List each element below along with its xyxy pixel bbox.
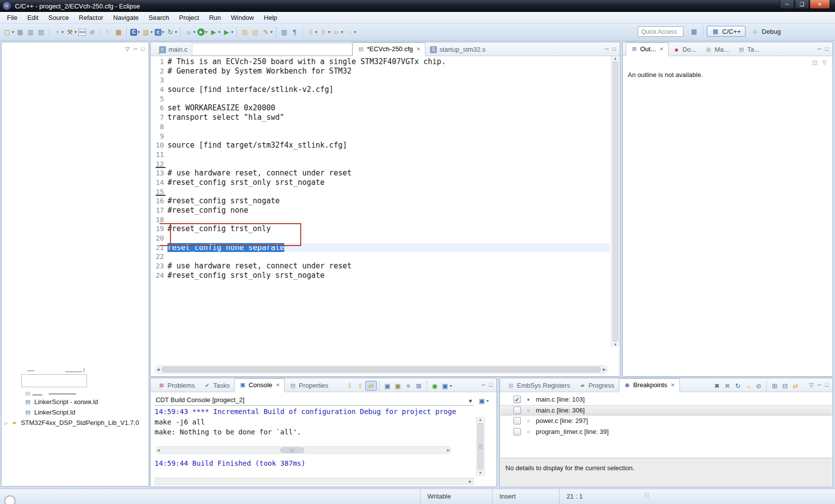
open-console-icon[interactable]: ▣▾ xyxy=(477,396,490,405)
close-window-button[interactable]: ✕ xyxy=(810,0,830,9)
breakpoint-row[interactable]: ○main.c [line: 306] xyxy=(501,405,832,416)
go-to-file-icon[interactable]: → xyxy=(743,381,753,390)
back-icon[interactable]: ⇦▾ xyxy=(331,28,344,37)
breakpoint-checkbox[interactable] xyxy=(513,407,521,414)
explorer-item[interactable]: ▤LinkerScript.ld xyxy=(24,409,75,416)
scroll-up-arrow-icon[interactable]: ▲ xyxy=(479,418,483,422)
new-c-project-icon[interactable]: C▾ xyxy=(129,28,141,36)
console-vertical-scrollbar[interactable]: ▲ ▼ xyxy=(476,417,485,476)
breakpoint-checkbox[interactable] xyxy=(513,428,521,435)
print-icon[interactable]: ▤ xyxy=(36,28,46,37)
close-tab-icon[interactable]: ✕ xyxy=(417,46,420,52)
tab-progress[interactable]: ▰Progress xyxy=(575,379,619,392)
scrollbar-thumb[interactable] xyxy=(613,62,618,341)
maximize-button[interactable]: □ xyxy=(825,46,829,52)
external-tools-icon[interactable]: ▶▾ xyxy=(208,28,221,37)
open-resource-icon[interactable]: ▧ xyxy=(250,28,260,37)
open-element-icon[interactable]: ▨ xyxy=(240,28,250,37)
tab-breakpoints[interactable]: ◉Breakpoints✕ xyxy=(619,378,680,392)
save-all-icon[interactable]: ▥ xyxy=(25,28,36,37)
scroll-right-arrow-icon[interactable]: ▶ xyxy=(447,448,450,452)
scroll-up-arrow-icon[interactable]: ▲ xyxy=(613,56,617,61)
tab-out---[interactable]: ⊞Out...✕ xyxy=(626,42,668,56)
search-icon[interactable]: ✎▾ xyxy=(260,28,273,37)
grid-icon[interactable]: ▦ xyxy=(113,28,124,37)
menu-search[interactable]: Search xyxy=(144,12,174,23)
scrollbar-thumb[interactable] xyxy=(478,423,483,470)
scroll-right-arrow-icon[interactable]: ▶ xyxy=(469,480,472,484)
scroll-down-arrow-icon[interactable]: ▼ xyxy=(613,342,617,347)
build-config-icon[interactable]: ◔▾ xyxy=(52,28,65,37)
minimize-button[interactable]: ─ xyxy=(818,382,822,388)
tab-console[interactable]: ▣Console✕ xyxy=(234,378,285,392)
minimize-button[interactable]: ─ xyxy=(134,46,138,52)
view-menu-icon[interactable]: ▽ xyxy=(809,382,813,388)
minimize-button[interactable]: ─ xyxy=(482,382,486,388)
forward-icon[interactable]: ⇨▾ xyxy=(344,28,357,37)
previous-annotation-icon[interactable]: ⇧▾ xyxy=(318,28,331,37)
expand-all-icon[interactable]: ⊞ xyxy=(769,381,780,390)
minimize-button[interactable]: ─ xyxy=(605,46,609,52)
perspective-cc[interactable]: ▦C/C++ xyxy=(707,26,746,37)
close-tab-icon[interactable]: ✕ xyxy=(660,46,664,52)
skip-all-breakpoints-icon[interactable]: ⊘ xyxy=(87,28,97,37)
perspective-debug[interactable]: ☼Debug xyxy=(747,26,785,36)
scrollbar-thumb[interactable]: ||| xyxy=(280,447,304,453)
explorer-item[interactable]: ▤LinkerScript - копия.ld xyxy=(24,398,98,406)
minimize-window-button[interactable]: ─ xyxy=(780,0,794,9)
breakpoint-checkbox[interactable] xyxy=(513,417,521,424)
menu-run[interactable]: Run xyxy=(204,12,226,23)
make-target-icon[interactable]: ↻▾ xyxy=(165,28,178,37)
run-icon[interactable]: ▶▾ xyxy=(196,28,208,36)
debug-icon[interactable]: ☼▾ xyxy=(183,28,196,37)
editor-vertical-scrollbar[interactable]: ▲ ▼ xyxy=(611,56,619,347)
show-selected-element-icon[interactable]: ▥ xyxy=(279,28,289,37)
tab-startup-stm32-s[interactable]: Sstartup_stm32.s xyxy=(425,43,490,56)
show-whitespace-icon[interactable]: ¶ xyxy=(289,28,300,37)
restore-window-button[interactable]: ❑ xyxy=(795,0,809,9)
menu-edit[interactable]: Edit xyxy=(22,12,43,23)
swap-console-icon[interactable]: ⇄ xyxy=(365,381,377,391)
new-c-file-icon[interactable]: c▾ xyxy=(154,28,165,36)
link-with-debug-icon[interactable]: ⇄ xyxy=(790,381,801,390)
menu-project[interactable]: Project xyxy=(174,12,204,23)
clear-console-icon[interactable]: ⊠ xyxy=(414,381,424,390)
explorer-item[interactable]: ▷▰STM32F4xx_DSP_StdPeriph_Lib_V1.7.0 xyxy=(4,419,139,426)
text-editor[interactable]: 1# This is an ECVch-250 board with a sin… xyxy=(151,56,620,376)
tab-do---[interactable]: ■Do... xyxy=(668,43,700,56)
maximize-button[interactable]: □ xyxy=(825,382,829,388)
save-icon[interactable]: ▦ xyxy=(15,28,25,37)
tab-ta---[interactable]: ▤Ta... xyxy=(734,43,764,56)
tab-tasks[interactable]: ✔Tasks xyxy=(199,379,234,392)
menu-navigate[interactable]: Navigate xyxy=(108,12,144,23)
maximize-button[interactable]: □ xyxy=(612,46,616,52)
tab-properties[interactable]: ▤Properties xyxy=(285,379,333,392)
menu-refactor[interactable]: Refactor xyxy=(74,12,108,23)
maximize-button[interactable]: □ xyxy=(489,382,493,388)
tab-problems[interactable]: ⊠Problems xyxy=(154,379,199,392)
skip-all-icon[interactable]: ⊘ xyxy=(753,381,764,390)
pin-console-icon[interactable]: ◉ xyxy=(429,381,440,390)
breakpoint-row[interactable]: ○power.c [line: 297] xyxy=(501,416,832,426)
editor-horizontal-scrollbar[interactable]: ◀ ▶ xyxy=(155,365,608,374)
tab-ma---[interactable]: ◎Ma... xyxy=(701,43,734,56)
quick-access-input[interactable] xyxy=(638,26,683,37)
breakpoint-checkbox[interactable]: ✓ xyxy=(513,396,521,403)
new-wizard-icon[interactable]: ▢▾ xyxy=(2,28,15,37)
new-folder-icon[interactable]: ▧▾ xyxy=(141,28,154,37)
tab-main-c[interactable]: c▲main.c xyxy=(155,43,192,56)
remove-all-breakpoints-icon[interactable]: ✖ xyxy=(722,381,733,390)
pause-output-icon[interactable]: ▣ xyxy=(393,381,403,390)
breakpoint-row[interactable]: ✓●main.c [line: 103] xyxy=(501,394,832,405)
menu-source[interactable]: Source xyxy=(43,12,74,23)
tab--ecvch-250-cfg[interactable]: ▤*ECVch-250.cfg✕ xyxy=(352,42,425,56)
scroll-down-icon[interactable]: ⇩ xyxy=(344,381,355,390)
close-tab-icon[interactable]: ✕ xyxy=(276,382,280,388)
breakpoint-row[interactable]: ○program_timer.c [line: 39] xyxy=(501,426,832,437)
scroll-lock-icon[interactable]: ▣ xyxy=(382,381,393,390)
menu-window[interactable]: Window xyxy=(226,12,259,23)
build-icon[interactable]: ⚒▾ xyxy=(65,28,78,37)
restore-icon[interactable]: ↻ xyxy=(103,28,113,37)
menu-file[interactable]: File xyxy=(2,12,22,23)
tab-embsys-registers[interactable]: ▦EmbSys Registers xyxy=(503,379,575,392)
